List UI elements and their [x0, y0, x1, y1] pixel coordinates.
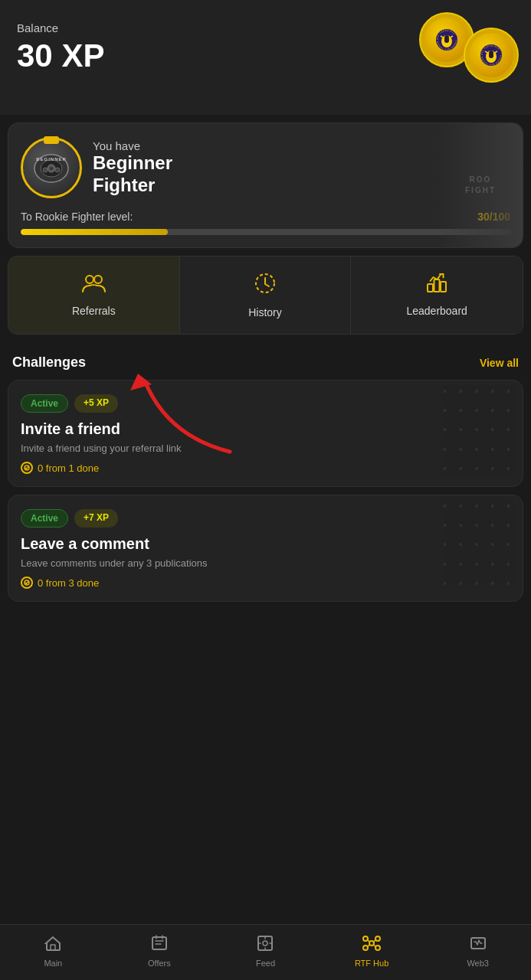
referrals-label: Referrals [72, 305, 116, 317]
challenge-card-2: Active +7 XP Leave a comment Leave comme… [8, 495, 523, 602]
bottom-nav: Main Offers Feed RTF Hub [0, 924, 531, 980]
leaderboard-button[interactable]: Leaderboard [351, 256, 523, 334]
feed-icon [256, 934, 274, 956]
fighter-bg-text: ROOFIGHT [465, 175, 496, 196]
progress-row: To Rookie Fighter level: 30/100 [21, 211, 510, 223]
xp-badge-2: +7 XP [74, 509, 118, 528]
svg-line-45 [368, 945, 369, 947]
progress-bar-fill [21, 229, 168, 235]
nav-item-rtf-hub[interactable]: RTF Hub [319, 931, 425, 971]
progress-label: To Rookie Fighter level: [21, 211, 133, 223]
svg-point-41 [363, 946, 368, 950]
svg-point-26 [94, 276, 102, 283]
challenges-title: Challenges [12, 354, 86, 371]
svg-point-38 [369, 941, 374, 946]
token-ring-svg: RTF TOKEN RTF TOKEN RTF TOKEN [434, 28, 459, 52]
nav-item-feed[interactable]: Feed [212, 931, 319, 971]
history-icon [254, 272, 277, 299]
actions-grid: Referrals History Leaderboa [8, 256, 523, 335]
nav-label-feed: Feed [256, 959, 275, 968]
rtf-hub-icon [361, 934, 382, 956]
balance-section: Balance 30 XP [0, 0, 531, 115]
history-button[interactable]: History [180, 256, 352, 334]
challenges-header: Challenges View all [0, 342, 531, 380]
check-circle-1 [21, 462, 33, 474]
xp-badge-1: +5 XP [74, 394, 118, 413]
svg-point-25 [86, 276, 93, 283]
nav-item-web3[interactable]: Web3 [424, 931, 531, 971]
nav-label-rtf-hub: RTF Hub [355, 959, 388, 968]
svg-line-44 [374, 940, 375, 942]
svg-point-23 [55, 168, 60, 172]
view-all-button[interactable]: View all [480, 357, 519, 369]
fighter-badge: BEGINNER [21, 137, 82, 198]
check-circle-2 [21, 577, 33, 589]
fighter-right-image: ROOFIGHT [438, 123, 523, 247]
nav-label-main: Main [44, 959, 62, 968]
token-coins: RTF TOKEN RTF TOKEN RTF TOKEN [419, 12, 519, 83]
page-wrapper: Balance 30 XP [0, 0, 531, 671]
nav-item-main[interactable]: Main [0, 931, 107, 971]
svg-point-42 [375, 946, 380, 950]
svg-point-22 [43, 168, 48, 172]
leaderboard-label: Leaderboard [406, 305, 467, 317]
svg-rect-28 [428, 284, 433, 292]
svg-rect-34 [51, 945, 55, 950]
svg-rect-29 [434, 279, 440, 292]
web3-icon [469, 934, 487, 956]
coin-2: RTF TOKEN RTF TOKEN RTF TOKEN [464, 28, 519, 83]
nav-item-offers[interactable]: Offers [107, 931, 213, 971]
active-badge-1: Active [21, 394, 68, 413]
referrals-button[interactable]: Referrals [8, 256, 180, 334]
dot-pattern-2 [431, 524, 523, 601]
token-ring-svg-2: RTF TOKEN RTF TOKEN RTF TOKEN [479, 43, 503, 67]
progress-section: To Rookie Fighter level: 30/100 [21, 211, 510, 235]
fighter-info: BEGINNER You have Beginner Fighter ROOFI… [21, 137, 510, 198]
progress-bar-track [21, 229, 510, 235]
leaderboard-icon [425, 272, 448, 297]
svg-text:TOKEN RTF TOKEN: TOKEN RTF TOKEN [436, 40, 458, 51]
svg-text:TOKEN RTF TOKEN: TOKEN RTF TOKEN [480, 55, 503, 66]
nav-label-offers: Offers [148, 959, 171, 968]
dot-pattern-1 [431, 410, 523, 486]
challenge-card-1: Active +5 XP Invite a friend Invite a fr… [8, 380, 523, 487]
svg-point-21 [50, 167, 53, 170]
svg-text:RTF TOKEN RTF: RTF TOKEN RTF [436, 29, 456, 40]
home-icon [44, 934, 62, 956]
svg-line-46 [374, 945, 375, 947]
nav-label-web3: Web3 [467, 959, 489, 968]
svg-line-43 [368, 940, 369, 942]
badge-text: BEGINNER [28, 144, 74, 192]
svg-text:RTF TOKEN RTF: RTF TOKEN RTF [480, 44, 500, 55]
svg-point-37 [263, 941, 267, 946]
offers-icon [150, 934, 169, 956]
svg-point-39 [363, 936, 368, 941]
svg-rect-35 [152, 937, 166, 949]
fighter-level-card: BEGINNER You have Beginner Fighter ROOFI… [8, 122, 523, 248]
svg-rect-30 [441, 282, 446, 292]
referrals-icon [81, 272, 106, 297]
history-label: History [248, 306, 282, 318]
svg-point-40 [375, 936, 380, 941]
active-badge-2: Active [21, 509, 68, 528]
svg-text:BEGINNER: BEGINNER [36, 157, 67, 162]
